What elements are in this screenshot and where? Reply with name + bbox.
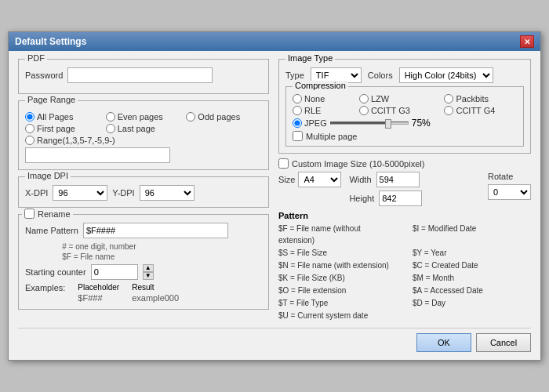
pattern-item: $D = Day <box>413 297 531 309</box>
rotate-section: Rotate 0 <box>488 172 531 200</box>
ydpi-select[interactable]: 96 <box>140 185 195 201</box>
radio-first-page[interactable]: First page <box>25 124 101 133</box>
jpeg-slider[interactable] <box>330 122 409 125</box>
pattern-item: $O = File extension <box>278 285 397 296</box>
radio-last-page[interactable]: Last page <box>106 124 182 133</box>
height-row: Height <box>349 191 422 206</box>
help-text-2: $F = File name <box>25 252 262 261</box>
colors-select[interactable]: High Color (24bits) <box>399 67 493 83</box>
counter-spinner: ▲ ▼ <box>143 264 154 280</box>
colors-field-label: Colors <box>368 71 393 80</box>
name-pattern-input[interactable] <box>83 223 228 238</box>
type-field-label: Type <box>285 71 304 80</box>
dialog-body: PDF Password Page Range All Pages <box>9 51 540 360</box>
examples-label: Examples: <box>25 283 65 292</box>
example-placeholder: $F### <box>78 293 119 303</box>
radio-packbits[interactable]: Packbits <box>444 94 517 103</box>
pattern-item: $U = Current system date <box>278 310 397 321</box>
custom-size-label: Custom Image Size (10-5000pixel) <box>292 159 424 169</box>
custom-size-section: Custom Image Size (10-5000pixel) Size A4… <box>278 158 531 206</box>
ok-button[interactable]: OK <box>416 333 471 352</box>
password-label: Password <box>25 71 63 80</box>
radio-lzw[interactable]: LZW <box>359 94 432 103</box>
size-field-label: Size <box>278 175 295 184</box>
slider-thumb <box>385 119 391 129</box>
pattern-item: $T = File Type <box>278 297 397 309</box>
rename-checkbox-row[interactable]: Rename <box>24 209 71 219</box>
radio-ccitt4[interactable]: CCITT G4 <box>444 106 517 115</box>
rotate-select[interactable]: 0 <box>488 184 531 200</box>
image-dpi-label: Image DPI <box>25 171 71 180</box>
size-inputs-row: Size A4 Width Height <box>278 172 531 206</box>
custom-size-checkbox[interactable] <box>278 158 289 169</box>
default-settings-dialog: Default Settings ✕ PDF Password Page Ran <box>8 31 541 361</box>
name-pattern-row: Name Pattern <box>25 223 262 238</box>
pattern-item: $I = Modified Date <box>413 223 531 246</box>
counter-up-btn[interactable]: ▲ <box>143 264 154 272</box>
radio-all-pages[interactable]: All Pages <box>25 112 101 122</box>
radio-rle[interactable]: RLE <box>293 106 347 115</box>
xdpi-select[interactable]: 96 <box>53 185 107 201</box>
dialog-title: Default Settings <box>15 36 86 47</box>
counter-input[interactable] <box>91 264 138 280</box>
multiple-page-row[interactable]: Multiple page <box>293 131 517 141</box>
height-label: Height <box>349 194 374 203</box>
pattern-section: Pattern $F = File name (without extensio… <box>278 211 531 321</box>
name-pattern-label: Name Pattern <box>25 226 78 235</box>
size-select[interactable]: A4 <box>298 172 341 187</box>
rotate-label: Rotate <box>488 172 531 181</box>
dpi-row: X-DPI 96 Y-DPI 96 <box>25 185 262 201</box>
width-label: Width <box>349 175 371 184</box>
close-button[interactable]: ✕ <box>520 35 534 48</box>
image-dpi-group: Image DPI X-DPI 96 Y-DPI 96 <box>18 176 269 208</box>
radio-range[interactable]: Range(1,3,5-7,-5,9-) <box>25 136 262 145</box>
pattern-item: $N = File name (with extension) <box>278 260 397 271</box>
examples-row: Examples: Placeholder $F### Result examp… <box>25 283 262 303</box>
pdf-label: PDF <box>25 53 47 63</box>
rename-checkbox[interactable] <box>24 209 35 219</box>
width-input[interactable] <box>376 172 420 187</box>
placeholder-col: Placeholder $F### <box>78 283 119 303</box>
pattern-grid: $F = File name (without extension)$I = M… <box>278 223 531 321</box>
rename-group: Rename Name Pattern # = one digit, numbe… <box>18 214 269 310</box>
height-input[interactable] <box>379 191 422 206</box>
multiple-page-checkbox[interactable] <box>293 131 303 141</box>
result-header: Result <box>132 283 179 292</box>
result-col: Result example000 <box>132 283 179 303</box>
main-columns: PDF Password Page Range All Pages <box>18 59 531 321</box>
jpeg-row: JPEG 75% <box>293 118 517 129</box>
placeholder-header: Placeholder <box>78 283 119 292</box>
range-input[interactable] <box>25 147 170 163</box>
radio-odd-pages[interactable]: Odd pages <box>186 112 262 122</box>
width-row: Width <box>349 172 422 187</box>
password-row: Password <box>25 67 262 83</box>
radio-even-pages[interactable]: Even pages <box>106 112 182 122</box>
size-row: Size A4 <box>278 172 341 187</box>
counter-down-btn[interactable]: ▼ <box>143 272 154 280</box>
password-input[interactable] <box>67 67 213 83</box>
image-type-group: Image Type Type TIF Colors High Color (2… <box>278 59 531 154</box>
multiple-page-label: Multiple page <box>306 132 357 141</box>
rename-label: Rename <box>38 209 71 219</box>
pattern-item: $Y = Year <box>413 247 531 259</box>
wh-inputs: Width Height <box>349 172 422 206</box>
compression-group: Compression None LZW <box>285 86 524 147</box>
cancel-button[interactable]: Cancel <box>476 333 531 352</box>
jpeg-quality-label: 75% <box>412 118 431 129</box>
pdf-group: PDF Password <box>18 59 269 94</box>
radio-ccitt3[interactable]: CCITT G3 <box>359 106 432 115</box>
page-range-options: All Pages Even pages Odd pages Firs <box>25 112 262 133</box>
page-range-group: Page Range All Pages Even pages Odd p <box>18 100 269 170</box>
help-text-1: # = one digit, number <box>25 242 262 251</box>
right-column: Image Type Type TIF Colors High Color (2… <box>278 59 531 321</box>
starting-counter-label: Starting counter <box>25 267 86 277</box>
pattern-item: $C = Created Date <box>413 260 531 271</box>
slider-fill <box>331 122 389 124</box>
pattern-title: Pattern <box>278 211 531 220</box>
pattern-item: $F = File name (without extension) <box>278 223 397 246</box>
radio-none[interactable]: None <box>293 94 347 103</box>
custom-size-checkbox-row[interactable]: Custom Image Size (10-5000pixel) <box>278 158 531 169</box>
compression-label: Compression <box>293 81 348 90</box>
radio-jpeg[interactable]: JPEG <box>293 118 327 128</box>
example-result: example000 <box>132 293 179 303</box>
